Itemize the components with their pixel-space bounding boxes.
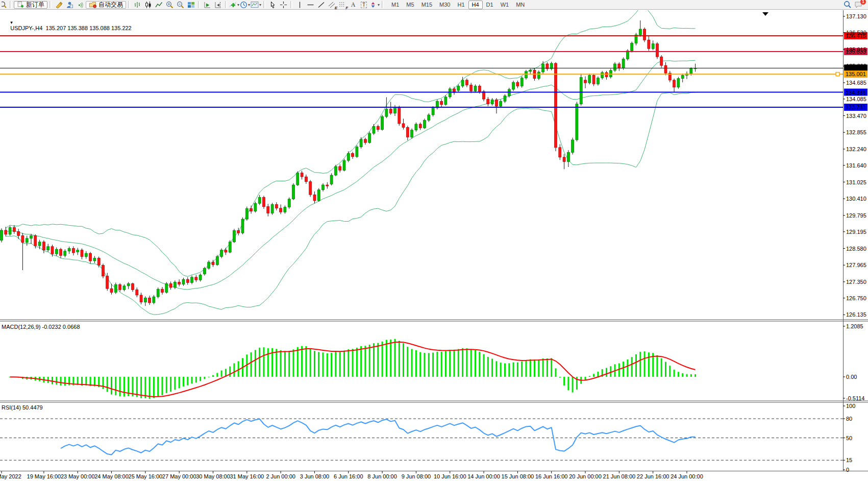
symbol-ohlc-text: USDJPY-,H4 135.207 135.388 135.088 135.2… [10, 25, 132, 31]
rsi-tick-label: 80 [846, 416, 852, 422]
bar-chart-button[interactable] [132, 1, 142, 9]
macd-bar [585, 377, 586, 380]
candle-up [504, 96, 506, 102]
candle-down [5, 230, 7, 234]
trendline-button[interactable] [316, 1, 326, 9]
chart-window-icon[interactable] [2, 1, 8, 9]
signals-icon[interactable] [75, 1, 85, 9]
candle-up [428, 115, 430, 121]
y-tick-label: 133.470 [846, 113, 866, 119]
line-chart-button[interactable] [154, 1, 164, 9]
y-tick-label: 126.750 [846, 295, 866, 301]
y-tick-label: 136.530 [846, 30, 866, 36]
vertical-line-button[interactable] [294, 1, 305, 9]
chart-canvas[interactable]: 136.415135.833135.222135.001134.336133.7… [0, 0, 868, 481]
timeframe-button-W1[interactable]: W1 [497, 1, 513, 9]
rsi-tick-label: 0 [846, 467, 849, 473]
indicators-button[interactable]: ▾ [229, 1, 239, 9]
macd-bar [123, 377, 125, 397]
macd-bar [678, 372, 679, 377]
crosshair-button[interactable] [278, 1, 288, 9]
macd-bar [542, 358, 544, 377]
line-handle [836, 73, 839, 76]
timeframe-button-MN[interactable]: MN [512, 1, 528, 9]
timeframe-button-H4[interactable]: H4 [468, 1, 483, 9]
timeframe-button-M30[interactable]: M30 [436, 1, 454, 9]
macd-bar [111, 377, 112, 395]
macd-bar [352, 349, 354, 377]
candle-up [153, 297, 155, 303]
horizontal-line-button[interactable] [305, 1, 315, 9]
community-user-icon[interactable] [64, 1, 75, 9]
candle-down [313, 195, 316, 201]
macd-bar [297, 347, 299, 377]
templates-button[interactable]: ▾ [251, 1, 261, 9]
toolbar-separator [225, 1, 227, 8]
y-tick-label: 134.085 [846, 96, 866, 102]
tile-windows-button[interactable] [186, 1, 196, 9]
lower-band [6, 92, 695, 315]
cursor-button[interactable] [267, 1, 278, 9]
timeframe-button-M5[interactable]: M5 [403, 1, 417, 9]
chevron-down-icon: ▾ [378, 3, 380, 7]
candle-up [64, 251, 66, 256]
candle-up [343, 160, 345, 170]
horizontal-price-lines[interactable]: 136.415135.833135.222135.001134.336133.7… [0, 32, 867, 111]
macd-bar [348, 349, 349, 377]
periods-button[interactable]: ▾ [240, 1, 250, 9]
candlestick-chart-button[interactable] [143, 1, 153, 9]
candle-down [656, 44, 658, 57]
autotrading-button[interactable]: 自动交易 [86, 1, 126, 9]
timeframe-button-M1[interactable]: M1 [388, 1, 403, 9]
macd-bar [284, 351, 286, 377]
macd-bar [500, 363, 502, 377]
auto-scroll-button[interactable] [202, 1, 212, 9]
toolbar-separator [198, 1, 200, 8]
candle-down [81, 250, 83, 257]
macd-bar [179, 377, 180, 388]
candle-up [639, 29, 641, 35]
macd-bar [394, 339, 396, 377]
text-label-button[interactable]: T [359, 1, 369, 9]
candle-up [85, 253, 87, 256]
arrows-button[interactable]: ▾ [369, 1, 380, 9]
candle-down [402, 124, 405, 127]
zoom-out-button[interactable] [175, 1, 185, 9]
macd-bar [458, 349, 459, 377]
candle-up [191, 277, 193, 283]
candle-down [364, 139, 366, 142]
time-axis[interactable]: 18 May 202219 May 16:0023 May 00:0024 Ma… [0, 471, 703, 479]
timeframe-button-H1[interactable]: H1 [454, 1, 468, 9]
macd-name: MACD(12,26,9) [2, 324, 40, 330]
macd-bar [377, 343, 379, 377]
new-order-button[interactable]: 新订单 [14, 1, 47, 9]
candle-up [525, 71, 528, 78]
toolbar-separator [290, 1, 292, 8]
x-tick-label: 6 Jun 16:00 [334, 473, 363, 479]
macd-bar [436, 352, 438, 377]
text-tool-button[interactable]: A [348, 1, 358, 9]
candle-up [567, 152, 569, 161]
equidistant-channel-button[interactable]: E [327, 1, 337, 9]
macd-bar [195, 377, 197, 382]
macd-bar [327, 353, 328, 377]
fibonacci-button[interactable]: F [337, 1, 348, 9]
macd-bar [60, 377, 62, 386]
candle-up [30, 236, 33, 238]
chart-menu-arrow-icon[interactable]: ▾ [10, 20, 13, 25]
candle-down [305, 177, 307, 182]
timeframe-button-M15[interactable]: M15 [418, 1, 436, 9]
toolbar-separator [49, 1, 52, 8]
metaeditor-icon[interactable] [54, 1, 64, 9]
timeframe-button-D1[interactable]: D1 [483, 1, 497, 9]
macd-bar [445, 351, 447, 377]
macd-bar [301, 346, 303, 377]
zoom-in-button[interactable] [164, 1, 175, 9]
notifications-chat-icon[interactable]: 1 [853, 1, 863, 9]
candle-down [140, 295, 142, 302]
chart-shift-button[interactable] [213, 1, 223, 9]
macd-bar [162, 377, 163, 395]
search-icon[interactable] [842, 1, 853, 9]
macd-bar [343, 351, 345, 377]
candle-up [622, 59, 625, 68]
